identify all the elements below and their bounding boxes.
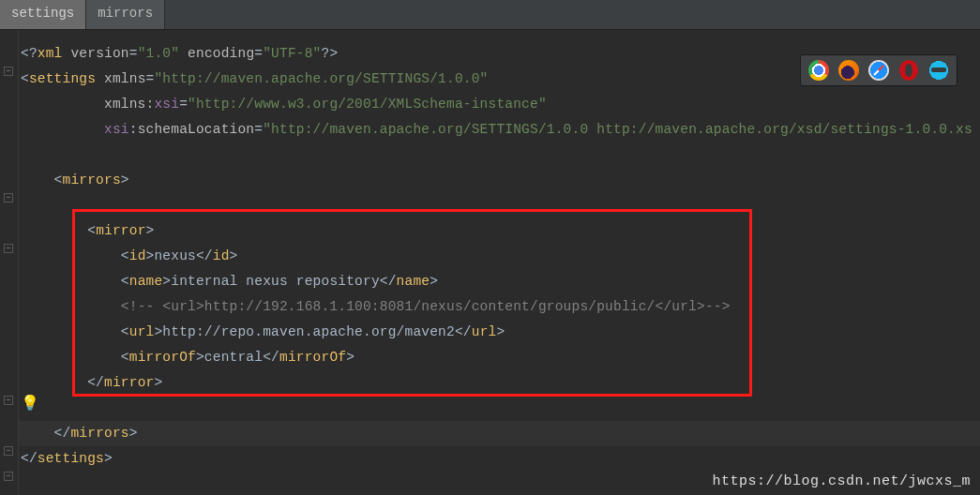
watermark: https://blog.csdn.net/jwcxs_m <box>712 473 971 489</box>
editor-area[interactable]: − − − − − − 💡 <?xml version="1.0" encodi… <box>0 30 980 495</box>
caret-line <box>19 421 980 446</box>
schema-location-value: "http://maven.apache.org/SETTINGS/1.0.0 … <box>263 122 972 137</box>
fold-marker[interactable]: − <box>4 396 13 405</box>
mirror-url-value: http://repo.maven.apache.org/maven2 <box>162 324 455 339</box>
fold-marker[interactable]: − <box>4 446 13 456</box>
xml-version-value: "1.0" <box>138 46 180 61</box>
gutter: − − − − − − <box>0 30 19 495</box>
chrome-icon[interactable] <box>808 60 829 81</box>
xmlns-value: "http://maven.apache.org/SETTINGS/1.0.0" <box>154 71 488 86</box>
tab-mirrors[interactable]: mirrors <box>86 0 165 29</box>
opera-icon[interactable] <box>898 60 919 81</box>
tab-settings[interactable]: settings <box>0 0 86 29</box>
ie-icon[interactable] <box>928 60 949 81</box>
tab-bar: settings mirrors <box>0 0 980 30</box>
mirror-comment: <!-- <url>http://192.168.1.100:8081/nexu… <box>121 299 731 314</box>
fold-marker[interactable]: − <box>4 244 13 253</box>
mirror-name-value: internal nexus repository <box>171 274 380 289</box>
xml-encoding-value: "UTF-8" <box>263 46 321 61</box>
mirror-id-value: nexus <box>154 248 196 263</box>
xmlns-xsi-value: "http://www.w3.org/2001/XMLSchema-instan… <box>188 97 547 112</box>
mirror-of-value: central <box>204 350 263 365</box>
firefox-icon[interactable] <box>838 60 859 81</box>
fold-marker[interactable]: − <box>4 193 13 202</box>
safari-icon[interactable] <box>868 60 889 81</box>
fold-marker[interactable]: − <box>4 67 13 76</box>
browser-toolbar <box>800 54 957 86</box>
code-content[interactable]: <?xml version="1.0" encoding="UTF-8"?> <… <box>19 30 980 495</box>
fold-marker[interactable]: − <box>4 472 13 481</box>
